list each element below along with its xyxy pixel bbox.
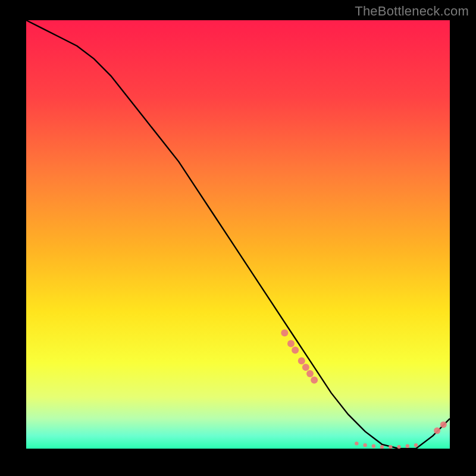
data-point [380,445,384,449]
chart-svg [26,20,450,449]
data-point [434,427,440,434]
data-point [372,444,375,447]
data-point [363,443,367,447]
data-point [292,346,299,353]
plot-area [26,20,450,449]
bottleneck-curve [26,20,450,449]
attribution-text: TheBottleneck.com [355,4,469,19]
data-point [440,421,447,428]
data-point [306,370,314,377]
data-point [281,330,288,337]
data-point [397,445,400,449]
data-point [406,444,409,447]
chart-container: TheBottleneck.com [0,0,476,476]
data-point [287,340,295,347]
data-point [311,377,318,384]
data-point [414,443,418,447]
data-point [302,364,309,371]
data-point [298,357,305,364]
data-point [355,441,358,445]
